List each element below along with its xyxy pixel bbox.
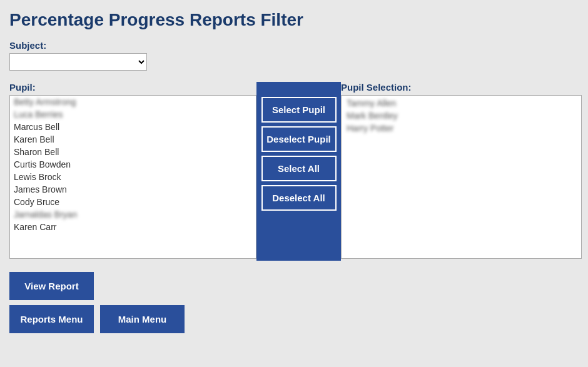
list-item[interactable]: Betty Armstrong [10,96,256,108]
pupil-label: Pupil: [9,82,256,93]
subject-label: Subject: [9,40,579,51]
deselect-pupil-button[interactable]: Deselect Pupil [261,126,337,152]
list-item[interactable]: Luca Berries [10,108,256,121]
pupil-section: Pupil: Betty ArmstrongLuca BerriesMarcus… [9,82,256,259]
selection-list-item[interactable]: Tammy Allen [343,97,580,109]
button-column: Select Pupil Deselect Pupil Select All D… [256,82,341,261]
pupil-selection-label: Pupil Selection: [341,82,582,93]
list-item[interactable]: James Brown [10,183,256,196]
list-item[interactable]: Sharon Bell [10,146,256,158]
subject-select[interactable] [9,53,147,71]
reports-menu-button[interactable]: Reports Menu [9,305,94,333]
select-pupil-button[interactable]: Select Pupil [261,97,337,123]
subject-section: Subject: [9,40,579,71]
pupil-list[interactable]: Betty ArmstrongLuca BerriesMarcus BellKa… [9,95,256,259]
main-row: Pupil: Betty ArmstrongLuca BerriesMarcus… [9,82,579,261]
list-item[interactable]: Karen Bell [10,133,256,146]
deselect-all-button[interactable]: Deselect All [261,185,337,211]
pupil-selection-section: Pupil Selection: Tammy AllenMark Bentley… [341,82,582,259]
selection-list-item[interactable]: Mark Bentley [343,109,580,122]
list-item[interactable]: Karen Carr [10,221,256,233]
list-item[interactable]: Cody Bruce [10,196,256,208]
list-item[interactable]: Lewis Brock [10,171,256,183]
bottom-buttons: View Report Reports Menu Main Menu [9,272,579,333]
page-title: Percentage Progress Reports Filter [9,10,579,30]
main-menu-button[interactable]: Main Menu [100,305,185,333]
list-item[interactable]: Jarnaldas Bryan [10,208,256,221]
list-item[interactable]: Curtis Bowden [10,158,256,171]
select-all-button[interactable]: Select All [261,156,337,181]
view-report-button[interactable]: View Report [9,272,94,300]
bottom-btn-row: Reports Menu Main Menu [9,305,579,333]
selection-list-item[interactable]: Harry Potter [343,122,580,134]
pupil-selection-list[interactable]: Tammy AllenMark BentleyHarry Potter [341,95,582,259]
list-item[interactable]: Marcus Bell [10,121,256,133]
